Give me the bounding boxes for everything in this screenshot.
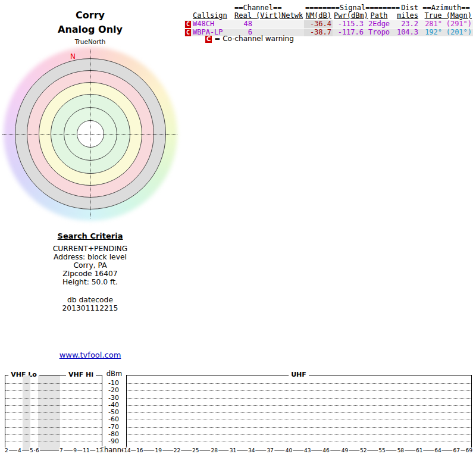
channel-tick-label: 40: [285, 447, 293, 453]
channel-tick-label: 46: [322, 447, 330, 453]
db-datecode-value: 201301112215: [0, 304, 180, 312]
signal-strength-chart: VHF Lo VHF Hi UHF dBm Channel -10-20-30-…: [0, 370, 476, 457]
dbm-tick-label: -40: [102, 402, 125, 409]
channel-tick-label: 13: [95, 447, 103, 453]
search-criteria-line: CURRENT+PENDING: [0, 245, 180, 253]
cell-pwr: -117.6: [333, 29, 365, 37]
cell-netwk: [280, 20, 304, 29]
co-channel-warning-icon: C: [185, 21, 191, 28]
dbm-tick-label: -30: [102, 395, 125, 402]
page-subtitle: Analog Only: [0, 24, 180, 35]
cell-magn: (291°): [443, 20, 473, 29]
dbm-tick-label: -90: [102, 438, 125, 445]
dbm-gridline: [127, 398, 471, 399]
cell-virt: [253, 20, 280, 29]
col-header-callsign: Callsign: [193, 11, 227, 20]
cell-nm: -38.7: [304, 29, 333, 37]
channel-tick-label: 5: [29, 447, 34, 453]
channel-tick-label: 16: [136, 447, 143, 453]
radar-vertical-crosshair: [90, 49, 90, 218]
search-criteria-block: CURRENT+PENDINGAddress: block levelCorry…: [0, 245, 180, 286]
dbm-gridline: [127, 383, 471, 384]
dbm-gridline: [127, 412, 471, 413]
search-criteria-line: Height: 50.0 ft.: [0, 278, 180, 286]
cell-warn: C: [184, 20, 192, 29]
dbm-gridline: [5, 405, 102, 406]
channel-tick-label: 25: [192, 447, 199, 453]
dbm-gridline: [5, 427, 102, 428]
channel-tick-label: 61: [415, 447, 423, 453]
tvfool-report: { "header": { "title": "Corry", "subtitl…: [0, 0, 476, 457]
tvfool-link[interactable]: www.tvfool.com: [0, 350, 180, 359]
cell-magn: (201°): [443, 29, 473, 37]
channel-tick-label: 31: [229, 447, 237, 453]
page-title: Corry: [0, 10, 180, 21]
db-datecode-label: db datecode: [0, 296, 180, 304]
co-channel-warning-icon: C: [185, 29, 191, 36]
dbm-gridline: [127, 442, 471, 442]
dbm-gridline: [127, 405, 471, 406]
col-header-miles: miles: [397, 11, 418, 20]
cell-real: 48: [233, 20, 253, 29]
col-header-real-virt: Real (Virt): [234, 11, 281, 20]
dbm-gridline: [5, 398, 102, 399]
channel-tick-label: 69: [465, 447, 472, 453]
channel-tick-label: 2: [4, 447, 9, 453]
vhf-hi-label: VHF Hi: [66, 371, 96, 378]
channel-tick-label: 64: [434, 447, 441, 453]
channel-tick-label: 49: [341, 447, 349, 453]
dbm-gridline: [5, 420, 102, 420]
dbm-gridline: [127, 420, 471, 420]
cell-warn: C: [184, 29, 192, 37]
dbm-axis-label: dBm: [102, 370, 126, 378]
channel-tick-label: 19: [154, 447, 162, 453]
dbm-tick-label: -10: [102, 380, 125, 387]
search-criteria-line: Address: block level: [0, 253, 180, 261]
cell-nm: -36.4: [304, 20, 333, 29]
dbm-gridline: [127, 427, 471, 428]
dbm-tick-label: -70: [102, 424, 125, 431]
channel-tick-label: 67: [453, 447, 461, 453]
dbm-tick-label: -60: [102, 416, 125, 423]
channel-tick-label: 14: [123, 447, 131, 453]
col-header-path: Path: [371, 11, 388, 20]
col-header-pwr: Pwr(dBm): [334, 11, 368, 20]
dbm-gridline: [127, 390, 471, 391]
uhf-label: UHF: [289, 371, 309, 378]
co-channel-legend-text: = Co-channel warning: [214, 35, 294, 43]
co-channel-legend: C= Co-channel warning: [205, 35, 294, 43]
col-header-nm: NM(dB): [306, 11, 331, 20]
col-header-netwk: Netwk: [281, 11, 303, 20]
channel-tick-label: 55: [378, 447, 386, 453]
dbm-gridline: [5, 390, 102, 391]
channel-tick-label: 43: [303, 447, 311, 453]
channel-tick-label: 58: [397, 447, 405, 453]
radar-plot: N: [0, 45, 180, 223]
channel-tick-label: 9: [73, 447, 77, 453]
col-header-true-magn: True (Magn): [425, 11, 472, 20]
search-criteria-line: Zipcode 16407: [0, 270, 180, 278]
dbm-tick-label: -80: [102, 431, 125, 438]
dbm-gridline: [5, 383, 102, 384]
channel-tick-label: 28: [210, 447, 218, 453]
station-table: ==Channel== ========Signal======== Dist …: [184, 4, 474, 36]
dbm-gridline: [5, 434, 102, 435]
cell-true: 192°: [419, 29, 443, 37]
cell-miles: 104.3: [393, 29, 419, 37]
cell-path: Tropo: [365, 29, 393, 37]
channel-tick-label: 6: [35, 447, 40, 453]
channel-tick-label: 4: [17, 447, 22, 453]
channel-tick-label: 52: [359, 447, 367, 453]
dbm-gridline: [5, 442, 102, 442]
cell-path: 2Edge: [365, 20, 393, 29]
table-row: CW48CH48-36.4-115.32Edge23.2281°(291°): [184, 20, 473, 29]
channel-tick-label: 7: [59, 447, 64, 453]
dbm-gridline: [5, 412, 102, 413]
search-criteria-title: Search Criteria: [0, 231, 180, 240]
cell-pwr: -115.3: [333, 20, 365, 29]
co-channel-warning-icon: C: [205, 36, 212, 43]
channel-tick-label: 11: [82, 447, 90, 453]
channel-axis-label: Channel: [99, 446, 127, 454]
cell-true: 281°: [419, 20, 443, 29]
channel-tick-label: 34: [248, 447, 255, 453]
